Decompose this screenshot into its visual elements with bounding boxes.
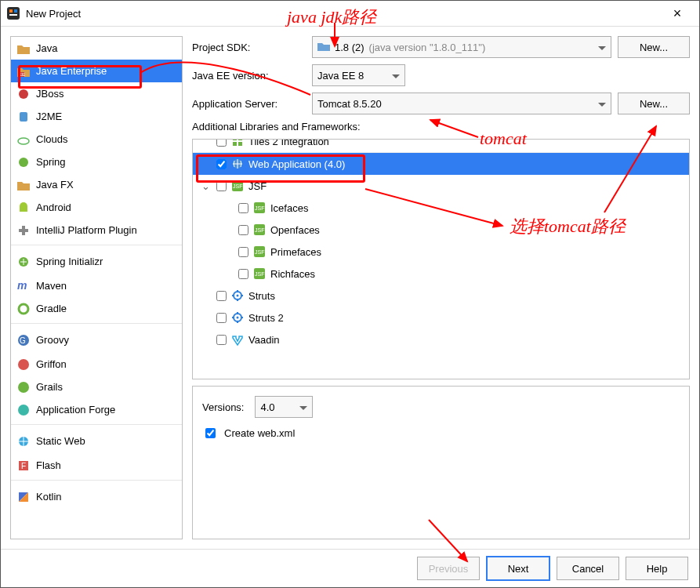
sidebar-item-label: Gradle — [36, 303, 67, 314]
tree-checkbox[interactable] — [216, 313, 227, 323]
j2me-icon — [17, 111, 30, 123]
chevron-down-icon — [598, 42, 606, 53]
help-button[interactable]: Help — [626, 557, 688, 580]
sidebar-item-j2me[interactable]: J2ME — [11, 105, 182, 128]
sidebar-item-application-forge[interactable]: Application Forge — [11, 398, 182, 421]
tree-checkbox[interactable] — [238, 269, 248, 279]
svg-rect-21 — [233, 139, 237, 140]
sidebar-item-static-web[interactable]: Static Web — [11, 424, 182, 454]
close-icon[interactable]: × — [662, 5, 693, 22]
create-web-xml-checkbox[interactable] — [205, 428, 216, 438]
svg-rect-26 — [232, 180, 243, 191]
tree-checkbox[interactable] — [238, 225, 248, 235]
application-forge-icon — [17, 404, 30, 416]
sidebar-item-spring[interactable]: Spring — [11, 151, 182, 173]
svg-point-9 — [19, 158, 28, 167]
tree-checkbox[interactable] — [216, 291, 227, 301]
sidebar-item-label: Java — [36, 42, 57, 54]
sidebar-item-java-enterprise[interactable]: EEJava Enterprise — [11, 60, 182, 82]
tree-checkbox[interactable] — [216, 335, 227, 345]
versions-value: 4.0 — [260, 401, 274, 413]
sidebar-item-kotlin[interactable]: Kotlin — [11, 480, 182, 510]
tree-item-label: Richfaces — [270, 268, 315, 280]
tree-item-tiles2[interactable]: Tiles 2 Integration — [193, 139, 689, 153]
svg-text:JSF: JSF — [233, 183, 242, 189]
java-ee-dropdown[interactable]: Java EE 8 — [312, 64, 405, 86]
tree-checkbox[interactable] — [216, 159, 227, 169]
sidebar-item-label: J2ME — [36, 111, 62, 122]
tree-checkbox[interactable] — [238, 203, 248, 213]
svg-point-16 — [18, 382, 29, 393]
tree-item-struts2[interactable]: Struts 2 — [193, 307, 689, 328]
tree-item-label: Struts 2 — [248, 312, 284, 324]
kotlin-icon — [17, 491, 30, 503]
sidebar-item-maven[interactable]: mMaven — [11, 274, 182, 297]
tree-checkbox[interactable] — [238, 247, 248, 257]
tree-item-jsf[interactable]: ⌄JSFJSF — [193, 175, 689, 197]
sidebar-item-intellij-plugin[interactable]: IntelliJ Platform Plugin — [11, 219, 182, 241]
tree-item-icefaces[interactable]: JSFIcefaces — [193, 197, 689, 219]
sidebar-item-grails[interactable]: Grails — [11, 376, 182, 398]
java-ee-value: Java EE 8 — [317, 70, 364, 82]
app-server-new-button[interactable]: New... — [618, 93, 690, 114]
sidebar-item-griffon[interactable]: Griffon — [11, 353, 182, 376]
sidebar-item-label: Griffon — [36, 358, 67, 370]
flash-icon: F — [17, 459, 30, 472]
tree-item-vaadin[interactable]: Vaadin — [193, 328, 689, 350]
svg-point-18 — [19, 437, 28, 446]
svg-rect-7 — [20, 112, 27, 122]
svg-text:JSF: JSF — [255, 271, 264, 277]
sidebar-item-gradle[interactable]: Gradle — [11, 297, 182, 320]
svg-rect-4 — [18, 72, 24, 77]
tree-checkbox[interactable] — [216, 181, 227, 191]
tree-item-primefaces[interactable]: JSFPrimefaces — [193, 241, 689, 263]
tree-item-label: Primefaces — [270, 246, 321, 258]
tree-item-openfaces[interactable]: JSFOpenfaces — [193, 219, 689, 241]
tree-item-struts[interactable]: Struts — [193, 285, 689, 307]
svg-rect-34 — [254, 268, 265, 279]
create-web-xml-label: Create web.xml — [224, 427, 295, 439]
sidebar-item-javafx[interactable]: Java FX — [11, 173, 182, 196]
svg-rect-1 — [9, 9, 13, 13]
versions-dropdown[interactable]: 4.0 — [255, 396, 313, 418]
sidebar-item-android[interactable]: Android — [11, 196, 182, 219]
java-enterprise-icon: EE — [17, 65, 30, 78]
project-sdk-dropdown[interactable]: 1.8 (2) (java version "1.8.0_111") — [312, 36, 611, 58]
tree-item-richfaces[interactable]: JSFRichfaces — [193, 263, 689, 285]
svg-rect-3 — [9, 14, 17, 16]
versions-label: Versions: — [202, 401, 244, 413]
tree-item-webapp[interactable]: Web Application (4.0) — [193, 153, 689, 175]
additional-libs-label: Additional Libraries and Frameworks: — [192, 121, 690, 132]
sidebar-item-label: Flash — [36, 459, 61, 471]
app-server-dropdown[interactable]: Tomcat 8.5.20 — [312, 93, 611, 114]
icefaces-icon: JSF — [253, 201, 266, 214]
app-server-label: Application Server: — [192, 98, 306, 110]
intellij-plugin-icon — [17, 224, 30, 237]
sidebar-item-label: Spring Initializr — [36, 256, 103, 267]
sidebar-item-flash[interactable]: FFlash — [11, 454, 182, 477]
project-sdk-new-button[interactable]: New... — [618, 36, 690, 58]
sidebar-item-clouds[interactable]: Clouds — [11, 128, 182, 151]
previous-button[interactable]: Previous — [417, 557, 480, 580]
clouds-icon — [17, 133, 30, 146]
next-button[interactable]: Next — [486, 556, 550, 581]
tree-item-label: Icefaces — [270, 202, 308, 214]
openfaces-icon: JSF — [253, 223, 266, 236]
sidebar-item-spring-init[interactable]: Spring Initializr — [11, 245, 182, 274]
sidebar-item-label: Android — [36, 201, 71, 213]
svg-text:JSF: JSF — [255, 249, 264, 255]
project-sdk-value: 1.8 (2) — [335, 42, 365, 53]
tree-checkbox[interactable] — [216, 139, 227, 147]
tree-item-label: Tiles 2 Integration — [248, 139, 329, 147]
cancel-button[interactable]: Cancel — [557, 557, 619, 580]
svg-rect-24 — [238, 142, 242, 146]
sidebar-item-java[interactable]: Java — [11, 37, 182, 60]
version-panel: Versions: 4.0 Create web.xml — [192, 386, 690, 539]
main-panel: Project SDK: 1.8 (2) (java version "1.8.… — [192, 36, 690, 539]
svg-point-36 — [234, 292, 241, 299]
sidebar-item-jboss[interactable]: JBoss — [11, 82, 182, 105]
sidebar-item-groovy[interactable]: GGroovy — [11, 323, 182, 353]
tree-item-label: Web Application (4.0) — [248, 158, 345, 170]
sidebar-item-label: Groovy — [36, 334, 69, 346]
svg-rect-30 — [254, 224, 265, 235]
